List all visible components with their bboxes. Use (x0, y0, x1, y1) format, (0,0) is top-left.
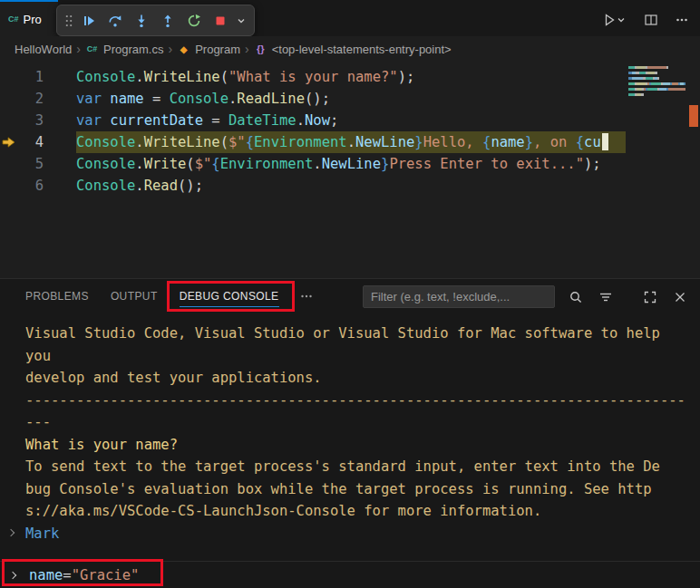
console-line: Visual Studio Code, Visual Studio or Vis… (25, 323, 700, 345)
step-out-button[interactable] (155, 8, 180, 33)
console-line: To send text to the target process's sta… (25, 456, 700, 478)
gutter-line[interactable]: 4 (0, 131, 44, 153)
minimap-line (628, 77, 685, 80)
drag-handle-icon[interactable] (63, 8, 75, 33)
filter-input[interactable] (363, 285, 555, 308)
class-symbol-icon: ◆ (177, 44, 190, 54)
line-number: 5 (35, 156, 44, 172)
code-line[interactable]: var name = Console.ReadLine(); (76, 88, 626, 110)
code-line[interactable]: Console.Read(); (76, 175, 626, 197)
current-statement-icon (2, 137, 15, 148)
stop-button[interactable] (208, 8, 233, 33)
console-line: --- (25, 411, 700, 434)
csharp-file-icon: C# (8, 14, 19, 24)
breadcrumb-separator-icon: › (76, 42, 81, 56)
close-panel-button[interactable] (667, 284, 693, 309)
editor-actions (598, 7, 695, 32)
line-number: 4 (35, 134, 44, 150)
method-symbol-icon: {} (254, 43, 267, 54)
code-line[interactable]: Console.Write($"{Environment.NewLine}Pre… (76, 153, 626, 175)
panel-actions (563, 284, 693, 309)
console-line: bug Console's evaluation box while the t… (25, 478, 700, 501)
more-panel-tabs-button[interactable] (294, 284, 319, 309)
restart-button[interactable] (181, 8, 207, 33)
minimap[interactable] (626, 62, 687, 278)
panel-tab-debug-console[interactable]: DEBUG CONSOLE (169, 279, 290, 313)
breadcrumb-separator-icon: › (245, 42, 249, 56)
console-line: What is your name? (25, 434, 700, 457)
text-cursor (602, 133, 608, 150)
gutter-line[interactable]: 2 (0, 88, 44, 110)
split-editor-button[interactable] (638, 7, 664, 32)
console-line: ----------------------------------------… (25, 390, 700, 412)
breadcrumb-item-3[interactable]: <top-level-statements-entry-point> (272, 43, 452, 56)
step-over-button[interactable] (102, 8, 128, 33)
breadcrumb-item-0[interactable]: HelloWorld (15, 43, 72, 56)
gutter-line[interactable]: 3 (0, 110, 44, 131)
minimap-line (628, 66, 685, 69)
code-line[interactable]: Console.WriteLine($"{Environment.NewLine… (76, 131, 626, 153)
step-into-button[interactable] (129, 8, 154, 33)
debug-toolbar-dropdown[interactable] (234, 8, 248, 33)
debug-toolbar (56, 5, 255, 36)
console-line: you (25, 345, 700, 368)
bottom-panel: PROBLEMSOUTPUTDEBUG CONSOLE (0, 278, 700, 588)
code-editor[interactable]: 123456 Console.WriteLine("What is your n… (0, 62, 626, 278)
debug-console-input[interactable]: name="Gracie" (0, 561, 700, 588)
vscode-window: C# Pro (0, 0, 700, 588)
line-number: 6 (35, 178, 44, 194)
line-number: 2 (35, 91, 44, 107)
breadcrumb: HelloWorld›C#Program.cs›◆Program›{}<top-… (0, 36, 700, 62)
filter-lines-button[interactable] (593, 284, 618, 309)
minimap-line (628, 82, 685, 85)
continue-button[interactable] (76, 8, 102, 33)
input-echo-chevron-icon (7, 528, 15, 535)
code-line[interactable]: var currentDate = DateTime.Now; (76, 110, 626, 131)
console-output: Visual Studio Code, Visual Studio or Vis… (0, 313, 700, 561)
panel-tab-problems[interactable]: PROBLEMS (15, 279, 100, 313)
maximize-panel-button[interactable] (637, 284, 663, 309)
minimap-line (628, 88, 685, 91)
breadcrumb-item-2[interactable]: Program (195, 43, 240, 56)
console-line: Mark (25, 523, 700, 545)
breadcrumb-separator-icon: › (168, 42, 172, 56)
tab-label: Pro (24, 13, 42, 26)
debug-line-marker (689, 105, 698, 127)
gutter-line[interactable]: 5 (0, 153, 44, 175)
search-button[interactable] (563, 284, 588, 309)
panel-tabs: PROBLEMSOUTPUTDEBUG CONSOLE (0, 279, 290, 313)
gutter-line[interactable]: 6 (0, 175, 44, 197)
csharp-file-icon: C# (85, 44, 99, 53)
overview-ruler[interactable] (687, 62, 700, 278)
panel-header: PROBLEMSOUTPUTDEBUG CONSOLE (0, 279, 700, 313)
console-line: develop and test your applications. (25, 367, 700, 390)
code-line[interactable]: Console.WriteLine("What is your name?"); (76, 66, 626, 88)
gutter: 123456 (0, 66, 51, 197)
more-actions-button[interactable] (669, 7, 695, 32)
run-menu-button[interactable] (598, 7, 633, 32)
minimap-line (628, 72, 685, 74)
line-number: 3 (35, 112, 44, 129)
console-line: s://aka.ms/VSCode-CS-LaunchJson-Console … (25, 500, 700, 523)
breadcrumb-item-1[interactable]: Program.cs (103, 43, 163, 56)
panel-tab-output[interactable]: OUTPUT (100, 279, 169, 313)
gutter-line[interactable]: 1 (0, 66, 44, 88)
minimap-line (628, 93, 685, 96)
prompt-chevron-icon (9, 572, 16, 579)
line-number: 1 (35, 69, 44, 85)
tab-program-cs[interactable]: C# Pro (0, 0, 58, 36)
debug-input-text: name="Gracie" (29, 567, 139, 583)
editor-tab-bar: C# Pro (0, 0, 700, 36)
code-lines: Console.WriteLine("What is your name?");… (76, 66, 626, 197)
